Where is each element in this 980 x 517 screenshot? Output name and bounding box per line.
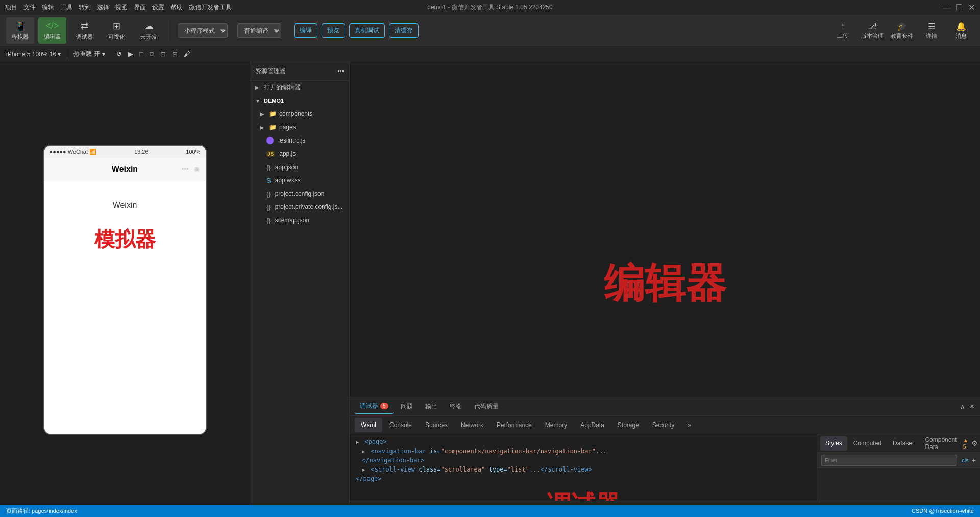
realtest-button[interactable]: 真机调试 — [349, 24, 385, 38]
inner-tab-console-label: Console — [389, 421, 412, 429]
clearstore-button[interactable]: 清缓存 — [389, 24, 419, 38]
xml-line-1[interactable]: ▶ <navigation-bar is="components/navigat… — [350, 447, 817, 456]
detail-button[interactable]: ☰ 详情 — [919, 21, 944, 40]
debugger-tool-button[interactable]: ⇄ 调试器 — [70, 17, 99, 44]
xml-line-0[interactable]: ▶ <page> — [350, 437, 817, 447]
simulator-tool-button[interactable]: 📱 模拟器 — [6, 17, 34, 44]
menu-file[interactable]: 文件 — [23, 3, 36, 12]
demo1-section[interactable]: ▼ DEMO1 — [250, 94, 349, 107]
open-editors-section[interactable]: ▶ 打开的编辑器 — [250, 81, 349, 94]
inner-tab-wxml[interactable]: Wxml — [355, 418, 382, 432]
phone-time: 13:26 — [134, 149, 149, 155]
menu-help[interactable]: 帮助 — [170, 3, 183, 12]
minimize-button[interactable]: — — [943, 4, 950, 11]
file-panel-more-icon[interactable]: ••• — [337, 68, 344, 75]
cls-button[interactable]: .cls — [960, 457, 969, 463]
style-add-icon[interactable]: + — [972, 456, 976, 464]
xml-arrow-3: ▶ — [362, 467, 365, 473]
inner-tab-memory[interactable]: Memory — [539, 418, 573, 432]
tab-terminal[interactable]: 终端 — [445, 400, 467, 414]
menu-view[interactable]: 视图 — [115, 3, 128, 12]
editor-tool-button[interactable]: </> 编辑器 — [38, 17, 66, 44]
inner-tab-storage-label: Storage — [618, 421, 639, 429]
appwxss-file[interactable]: S app.wxss — [250, 174, 349, 187]
education-button[interactable]: 🎓 教育套件 — [889, 21, 915, 40]
projectprivate-file[interactable]: {} project.private.config.js... — [250, 200, 349, 214]
version-button[interactable]: ⎇ 版本管理 — [860, 21, 885, 40]
style-tab-styles[interactable]: Styles — [820, 436, 847, 451]
window-controls[interactable]: — ☐ ✕ — [943, 4, 975, 11]
inner-tab-appdata[interactable]: AppData — [574, 418, 610, 432]
menu-project[interactable]: 项目 — [5, 3, 17, 12]
projectconfig-file[interactable]: {} project.config.json — [250, 187, 349, 200]
toolbar-right-group: ↑ 上传 ⎇ 版本管理 🎓 教育套件 ☰ 详情 🔔 消息 — [830, 21, 974, 40]
eslintrc-file[interactable]: .eslintrc.js — [250, 134, 349, 147]
inner-tab-network[interactable]: Network — [455, 418, 489, 432]
style-tab-componentdata[interactable]: Component Data — [920, 436, 962, 451]
copy-icon[interactable]: ⊟ — [172, 50, 178, 58]
menu-interface[interactable]: 界面 — [134, 3, 146, 12]
menu-settings[interactable]: 设置 — [152, 3, 164, 12]
pages-folder[interactable]: ▶ 📁 pages — [250, 121, 349, 134]
visualize-tool-button[interactable]: ⊞ 可视化 — [103, 17, 131, 44]
device-selector[interactable]: iPhone 5 100% 16 ▾ — [6, 51, 61, 58]
sitemap-file[interactable]: {} sitemap.json — [250, 214, 349, 227]
appwxss-label: app.wxss — [275, 177, 301, 184]
tab-codequality[interactable]: 代码质量 — [469, 400, 504, 414]
inner-tab-storage[interactable]: Storage — [611, 418, 645, 432]
compile-select[interactable]: 普通编译 — [237, 24, 281, 38]
style-tab-computed[interactable]: Computed — [848, 436, 887, 451]
inner-tab-more[interactable]: » — [681, 418, 697, 432]
menu-goto[interactable]: 转到 — [79, 3, 91, 12]
components-label: components — [279, 110, 312, 118]
preview-button[interactable]: 预览 — [322, 24, 345, 38]
style-panel-tabs: Styles Computed Dataset Component Data ▲ — [817, 434, 980, 453]
inner-tab-console[interactable]: Console — [383, 418, 418, 432]
paint-icon[interactable]: 🖌 — [184, 50, 190, 58]
style-panel-actions: ▲ 5 ⚙ ⋮ ≫ — [963, 437, 980, 450]
appjson-file[interactable]: {} app.json — [250, 160, 349, 174]
pages-arrow: ▶ — [260, 125, 266, 130]
screenshot-tool-icon[interactable]: ⊡ — [160, 50, 166, 58]
main-layout: ●●●●● WeChat 📶 13:26 100% Weixin ••• ◉ — [0, 62, 980, 517]
menu-select[interactable]: 选择 — [97, 3, 109, 12]
phone-icon[interactable]: □ — [139, 50, 143, 58]
components-folder[interactable]: ▶ 📁 components — [250, 107, 349, 121]
appjs-file[interactable]: JS app.js — [250, 147, 349, 160]
style-tab-dataset[interactable]: Dataset — [888, 436, 919, 451]
tab-issues[interactable]: 问题 — [396, 400, 418, 414]
maximize-button[interactable]: ☐ — [955, 4, 963, 11]
upload-button[interactable]: ↑ 上传 — [830, 21, 855, 39]
message-button[interactable]: 🔔 消息 — [948, 21, 974, 40]
close-button[interactable]: ✕ — [968, 4, 975, 11]
mode-select[interactable]: 小程序模式 — [178, 24, 228, 38]
inner-tab-security[interactable]: Security — [646, 418, 680, 432]
menu-edit[interactable]: 编辑 — [42, 3, 54, 12]
inner-tab-sources[interactable]: Sources — [419, 418, 454, 432]
style-filter-input[interactable] — [821, 455, 957, 466]
inner-tab-performance[interactable]: Performance — [491, 418, 538, 432]
chevron-up-icon[interactable]: ∧ — [960, 403, 965, 410]
menu-bar[interactable]: 项目 文件 编辑 工具 转到 选择 视图 界面 设置 帮助 微信开发者工具 — [5, 3, 232, 12]
xml-line-4[interactable]: </page> — [350, 474, 817, 483]
menu-tools[interactable]: 工具 — [60, 3, 72, 12]
chevron-down-icon[interactable]: ▾ — [58, 51, 61, 58]
tab-output[interactable]: 输出 — [420, 400, 443, 414]
xml-line-3[interactable]: ▶ <scroll-view class="scrollarea" type="… — [350, 465, 817, 474]
debugger-close-icon[interactable]: ✕ — [969, 403, 975, 410]
refresh-icon[interactable]: ↺ — [116, 50, 122, 58]
gear-icon[interactable]: ⚙ — [971, 439, 978, 448]
tab-debugger[interactable]: 调试器 5 — [355, 400, 394, 414]
debugger-icon: ⇄ — [81, 20, 88, 32]
compile-button[interactable]: 编译 — [294, 24, 317, 38]
debugger-label: 调试器 — [547, 491, 620, 501]
menu-devtools[interactable]: 微信开发者工具 — [189, 3, 232, 12]
cloud-tool-button[interactable]: ☁ 云开发 — [135, 17, 163, 44]
phone-record-btn[interactable]: ◉ — [194, 165, 200, 173]
simulator-label: 模拟器 — [12, 33, 29, 41]
hotreload-toggle[interactable]: 热重载 开 ▾ — [74, 50, 105, 58]
play-icon[interactable]: ▶ — [128, 50, 133, 58]
duplicate-icon[interactable]: ⧉ — [150, 50, 154, 58]
xml-line-2[interactable]: </navigation-bar> — [350, 456, 817, 465]
phone-menu-dots[interactable]: ••• — [182, 165, 189, 173]
